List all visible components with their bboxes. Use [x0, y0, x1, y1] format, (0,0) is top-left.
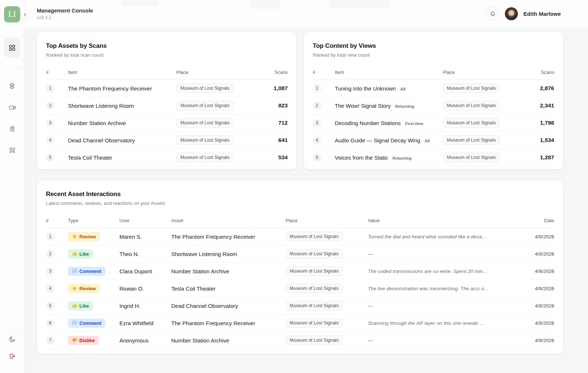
date-cell: 4/9/2026 — [513, 234, 554, 239]
notifications-button[interactable] — [486, 7, 499, 21]
rank-badge: 3 — [46, 267, 54, 276]
rank-badge: 5 — [313, 153, 321, 162]
table-row[interactable]: 4 Audio Guide — Signal Decay WingAll Mus… — [313, 132, 554, 149]
thumbs-up-icon — [72, 303, 77, 308]
table-row[interactable]: 1 Review Maren S. The Phantom Frequency … — [46, 228, 554, 245]
place-chip: Museum of Lost Signals — [286, 301, 343, 310]
grid-icon — [8, 44, 16, 52]
user-cell: Maren S. — [119, 234, 171, 240]
column-header-scans: Scans — [255, 70, 288, 75]
value-cell: — — [368, 251, 513, 257]
place-chip: Museum of Lost Signals — [176, 153, 233, 162]
app-version: v26.4.3 — [37, 15, 93, 20]
comment-icon — [72, 269, 77, 274]
audience-tag: First-time — [405, 121, 423, 126]
asset-cell: Shortwave Listening Room — [171, 251, 286, 257]
sidebar-item-assets[interactable] — [4, 78, 20, 94]
table-header-row: # Item Place Scans — [313, 65, 554, 80]
column-header-item: Item — [68, 70, 176, 75]
table-row[interactable]: 3 Number Station Archive Museum of Lost … — [46, 114, 288, 132]
table-row[interactable]: 5 Voices from the StaticReturning Museum… — [313, 149, 554, 166]
chevron-right-icon — [23, 13, 27, 17]
value-cell: Scanning through the AR layer on this on… — [368, 320, 513, 326]
app-logo-text: LI — [8, 10, 16, 19]
view-count: 1,534 — [522, 137, 554, 143]
card-title: Recent Asset Interactions — [46, 191, 554, 198]
table-row[interactable]: 1 Tuning Into the UnknownAll Museum of L… — [313, 80, 554, 97]
scan-count: 1,087 — [255, 85, 288, 92]
rank-badge: 3 — [46, 119, 54, 127]
column-header-place: Place — [443, 70, 522, 75]
content-name: The Wow! Signal StoryReturning — [335, 103, 443, 109]
sidebar-item-media[interactable] — [4, 99, 20, 116]
table-row[interactable]: 5 Like Ingrid H. Dead Channel Observator… — [46, 297, 554, 315]
rank-badge: 1 — [46, 84, 54, 93]
table-row[interactable]: 5 Tesla Coil Theater Museum of Lost Sign… — [46, 149, 288, 166]
dark-mode-toggle[interactable] — [4, 331, 20, 347]
asset-cell: Tesla Coil Theater — [171, 285, 286, 292]
table-row[interactable]: 4 Review Rowan O. Tesla Coil Theater Mus… — [46, 280, 554, 297]
column-header-rank: # — [46, 70, 68, 75]
table-row[interactable]: 4 Dead Channel Observatory Museum of Los… — [46, 132, 288, 149]
value-cell: The live demonstration was mesmerizing. … — [368, 286, 513, 291]
interaction-type-badge: Review — [68, 232, 100, 241]
table-row[interactable]: 3 Decoding Number StationsFirst-time Mus… — [313, 114, 554, 132]
value-cell: Turned the dial and heard what sounded l… — [368, 234, 513, 239]
card-subtitle: Latest comments, reviews, and reactions … — [46, 200, 554, 206]
interaction-type-badge: Dislike — [68, 336, 99, 345]
sidebar-item-locations[interactable] — [4, 121, 20, 137]
sidebar-item-qr-codes[interactable] — [4, 142, 20, 158]
place-chip: Museum of Lost Signals — [286, 249, 343, 259]
table-row[interactable]: 2 The Wow! Signal StoryReturning Museum … — [313, 97, 554, 114]
asset-name: Number Station Archive — [68, 120, 176, 126]
scan-count: 823 — [255, 102, 288, 109]
rank-badge: 7 — [46, 336, 54, 345]
table-row[interactable]: 2 Shortwave Listening Room Museum of Los… — [46, 97, 288, 114]
column-header-place: Place — [176, 70, 255, 75]
asset-cell: Number Station Archive — [171, 268, 286, 274]
column-header-item: Item — [335, 70, 443, 75]
rank-badge: 4 — [46, 136, 54, 145]
place-chip: Museum of Lost Signals — [443, 84, 500, 93]
table-row[interactable]: 3 Comment Clara Dupont Number Station Ar… — [46, 263, 554, 280]
view-count: 2,876 — [522, 85, 554, 92]
card-subtitle: Ranked by total view count — [313, 52, 554, 58]
date-cell: 4/9/2026 — [513, 286, 554, 291]
place-chip: Museum of Lost Signals — [443, 101, 500, 110]
sidebar-expand-button[interactable] — [20, 10, 29, 19]
table-row[interactable]: 2 Like Theo N. Shortwave Listening Room … — [46, 245, 554, 263]
audience-tag: All — [425, 139, 430, 143]
table-row[interactable]: 1 The Phantom Frequency Receiver Museum … — [46, 80, 288, 97]
rank-badge: 2 — [46, 102, 54, 110]
thumbs-down-icon — [72, 338, 77, 343]
interaction-type-badge: Review — [68, 284, 100, 293]
audience-tag: All — [400, 87, 405, 91]
place-chip: Museum of Lost Signals — [286, 232, 343, 241]
thumbs-up-icon — [72, 251, 77, 256]
card-title: Top Assets by Scans — [46, 42, 288, 50]
app-logo[interactable]: LI — [4, 6, 20, 22]
interaction-type-badge: Comment — [68, 267, 105, 276]
content-name: Decoding Number StationsFirst-time — [335, 120, 443, 126]
top-bar: Management Console v26.4.3 Edith Marlowe — [24, 0, 588, 28]
table-row[interactable]: 7 Dislike Anonymous Number Station Archi… — [46, 332, 554, 349]
table-header-row: # Type User Asset Place Value Date — [46, 213, 554, 228]
card-title: Top Content by Views — [313, 42, 554, 50]
rank-badge: 2 — [313, 102, 321, 110]
column-header-asset: Asset — [171, 218, 286, 223]
asset-name: Shortwave Listening Room — [68, 103, 176, 109]
sidebar-item-dashboard[interactable] — [4, 38, 20, 58]
logout-button[interactable] — [4, 348, 20, 364]
rank-badge: 1 — [313, 84, 321, 93]
star-icon — [72, 286, 77, 291]
column-header-type: Type — [68, 218, 119, 223]
interactions-table: # Type User Asset Place Value Date 1 Rev… — [46, 213, 554, 349]
top-assets-card: Top Assets by Scans Ranked by total scan… — [37, 32, 297, 170]
sidebar: LI — [0, 0, 24, 373]
place-chip: Museum of Lost Signals — [286, 318, 343, 328]
content-name: Voices from the StaticReturning — [335, 154, 443, 161]
place-chip: Museum of Lost Signals — [286, 335, 343, 345]
user-avatar[interactable] — [505, 7, 518, 21]
table-row[interactable]: 6 Comment Ezra Whitfield The Phantom Fre… — [46, 315, 554, 332]
recent-interactions-card: Recent Asset Interactions Latest comment… — [37, 180, 563, 354]
